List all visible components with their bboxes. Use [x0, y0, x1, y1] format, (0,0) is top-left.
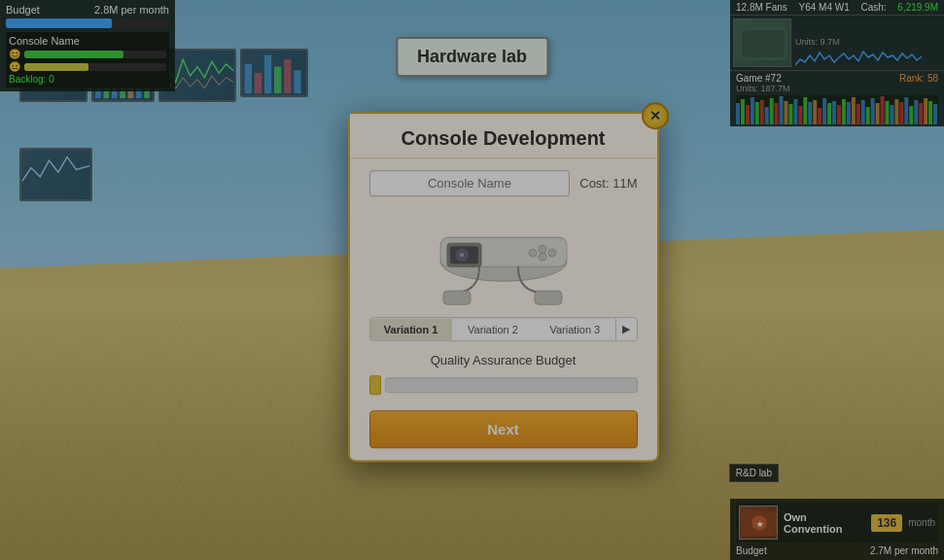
- modal-overlay: [0, 0, 944, 560]
